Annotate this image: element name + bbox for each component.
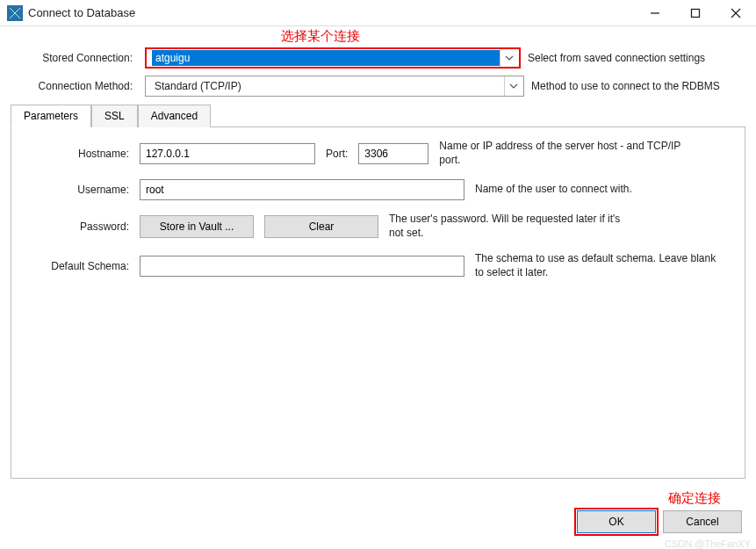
username-row: Username: Name of the user to connect wi… (25, 179, 731, 200)
username-desc: Name of the user to connect with. (475, 183, 632, 197)
username-input[interactable] (140, 179, 464, 200)
ok-button[interactable]: OK (577, 510, 656, 533)
title-bar: Connect to Database (0, 0, 756, 26)
tab-ssl[interactable]: SSL (91, 105, 138, 127)
maximize-button[interactable] (675, 0, 716, 26)
svg-rect-2 (692, 9, 700, 17)
username-label: Username: (25, 184, 129, 196)
app-icon (7, 5, 23, 21)
stored-connection-dropdown[interactable]: atguigu (145, 47, 521, 69)
connection-method-row: Connection Method: Standard (TCP/IP) Met… (11, 76, 745, 97)
tab-advanced[interactable]: Advanced (138, 105, 211, 127)
port-label: Port: (326, 148, 348, 160)
stored-connection-label: Stored Connection: (11, 52, 138, 64)
clear-password-button[interactable]: Clear (264, 215, 378, 238)
hostname-input[interactable] (140, 143, 315, 164)
stored-connection-row: Stored Connection: atguigu Select from s… (11, 47, 745, 69)
connection-method-value: Standard (TCP/IP) (151, 78, 504, 94)
connection-method-dropdown[interactable]: Standard (TCP/IP) (145, 76, 524, 97)
store-in-vault-button[interactable]: Store in Vault ... (140, 215, 254, 238)
tab-parameters[interactable]: Parameters (11, 105, 91, 127)
default-schema-desc: The schema to use as default schema. Lea… (475, 252, 721, 279)
tab-content-parameters: Hostname: Port: Name or IP address of th… (11, 127, 745, 479)
chevron-down-icon (500, 49, 517, 67)
chevron-down-icon (504, 76, 522, 96)
stored-connection-hint: Select from saved connection settings (528, 52, 705, 64)
annotation-select-connection: 选择某个连接 (281, 28, 360, 45)
port-input[interactable] (358, 143, 428, 164)
hostname-row: Hostname: Port: Name or IP address of th… (25, 140, 731, 167)
dialog-content: Stored Connection: atguigu Select from s… (0, 42, 756, 479)
minimize-button[interactable] (635, 0, 675, 26)
default-schema-label: Default Schema: (25, 260, 129, 272)
tab-bar: Parameters SSL Advanced (11, 104, 745, 127)
default-schema-input[interactable] (140, 256, 464, 277)
connection-method-hint: Method to use to connect to the RDBMS (531, 80, 720, 92)
password-desc: The user's password. Will be requested l… (389, 213, 635, 240)
password-label: Password: (25, 220, 129, 233)
cancel-button[interactable]: Cancel (663, 510, 742, 533)
hostname-desc: Name or IP address of the server host - … (439, 140, 685, 167)
watermark: CSDN @TheFanXY (665, 538, 751, 549)
annotation-confirm-connection: 确定连接 (668, 490, 721, 507)
password-row: Password: Store in Vault ... Clear The u… (25, 213, 731, 240)
connection-method-label: Connection Method: (11, 80, 138, 92)
close-button[interactable] (716, 0, 756, 26)
dialog-footer: OK Cancel (577, 510, 742, 533)
default-schema-row: Default Schema: The schema to use as def… (25, 252, 731, 279)
window-title: Connect to Database (28, 6, 135, 19)
hostname-label: Hostname: (25, 148, 129, 160)
stored-connection-value: atguigu (152, 50, 500, 66)
